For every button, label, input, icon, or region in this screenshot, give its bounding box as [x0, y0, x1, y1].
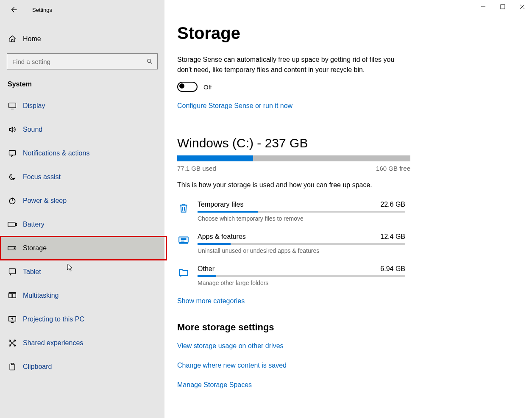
svg-point-15	[9, 345, 11, 346]
svg-point-0	[148, 59, 151, 63]
nav-item-multitasking[interactable]: Multitasking	[0, 284, 164, 307]
more-storage-heading: More storage settings	[177, 322, 448, 333]
nav-item-label: Shared experiences	[23, 339, 83, 347]
tablet-icon	[8, 268, 17, 276]
nav-item-focus-assist[interactable]: Focus assist	[0, 165, 164, 189]
folder-icon	[177, 266, 190, 279]
maximize-button[interactable]	[493, 0, 513, 14]
notifications-icon	[8, 149, 17, 158]
view-storage-other-drives-link[interactable]: View storage usage on other drives	[177, 342, 448, 350]
category-other[interactable]: Other 6.94 GB Manage other large folders	[177, 265, 448, 286]
toggle-knob	[179, 83, 184, 89]
change-where-content-saved-link[interactable]: Change where new content is saved	[177, 362, 448, 369]
drive-usage-bar	[177, 155, 410, 161]
nav-item-label: Clipboard	[23, 363, 52, 371]
nav-item-label: Multitasking	[23, 292, 58, 299]
nav-item-label: Notifications & actions	[23, 149, 89, 157]
close-icon	[520, 4, 525, 9]
category-bar	[198, 243, 405, 245]
nav-item-label: Power & sleep	[23, 197, 67, 205]
projecting-icon	[8, 315, 17, 324]
drive-usage-fill	[177, 155, 253, 161]
svg-rect-8	[9, 269, 16, 274]
category-size: 12.4 GB	[380, 233, 405, 241]
clipboard-icon	[8, 363, 17, 371]
storage-icon	[8, 245, 17, 251]
search-box[interactable]	[7, 53, 158, 69]
show-more-categories-link[interactable]: Show more categories	[177, 297, 448, 305]
category-bar	[198, 211, 405, 213]
svg-rect-2	[9, 150, 16, 155]
window-controls	[474, 0, 532, 14]
svg-point-13	[9, 340, 11, 341]
category-desc: Manage other large folders	[198, 280, 448, 286]
svg-rect-5	[16, 223, 17, 225]
display-icon	[8, 102, 17, 110]
sidebar-header: Settings	[0, 0, 164, 19]
svg-point-16	[14, 345, 15, 346]
manage-storage-spaces-link[interactable]: Manage Storage Spaces	[177, 381, 448, 389]
nav-home[interactable]: Home	[0, 28, 164, 50]
apps-icon	[177, 234, 190, 246]
drive-free-label: 160 GB free	[376, 165, 410, 172]
nav-item-label: Projecting to this PC	[23, 316, 84, 323]
nav-item-projecting[interactable]: Projecting to this PC	[0, 307, 164, 331]
sidebar-section-title: System	[8, 80, 164, 88]
battery-icon	[8, 221, 17, 227]
category-temporary-files[interactable]: Temporary files 22.6 GB Choose which tem…	[177, 201, 448, 222]
category-size: 6.94 GB	[380, 265, 405, 273]
page-title: Storage	[177, 24, 448, 43]
svg-rect-1	[9, 103, 16, 108]
toggle-state-label: Off	[203, 83, 212, 91]
maximize-icon	[500, 4, 505, 9]
minimize-icon	[481, 4, 486, 9]
storage-sense-description: Storage Sense can automatically free up …	[177, 55, 406, 75]
nav-item-sound[interactable]: Sound	[0, 118, 164, 141]
nav-item-notifications[interactable]: Notifications & actions	[0, 141, 164, 165]
main-content: Storage Storage Sense can automatically …	[164, 0, 532, 418]
usage-note: This is how your storage is used and how…	[177, 181, 448, 189]
drive-heading: Windows (C:) - 237 GB	[177, 136, 448, 150]
nav-item-label: Focus assist	[23, 173, 61, 181]
minimize-button[interactable]	[474, 0, 493, 14]
svg-rect-19	[501, 5, 505, 9]
nav-item-label: Sound	[23, 126, 42, 133]
nav-item-label: Display	[23, 102, 45, 110]
nav-item-storage[interactable]: Storage	[0, 236, 164, 260]
sound-icon	[8, 125, 17, 134]
nav-item-display[interactable]: Display	[0, 94, 164, 118]
search-input[interactable]	[11, 58, 146, 66]
category-name: Temporary files	[198, 201, 243, 208]
focus-assist-icon	[8, 173, 17, 181]
category-bar	[198, 275, 405, 277]
settings-sidebar: Settings Home System Displa	[0, 0, 164, 418]
close-button[interactable]	[513, 0, 532, 14]
nav-item-label: Tablet	[23, 268, 41, 276]
shared-icon	[8, 339, 17, 347]
svg-rect-10	[9, 293, 12, 298]
category-apps-features[interactable]: Apps & features 12.4 GB Uninstall unused…	[177, 233, 448, 254]
nav-item-label: Battery	[23, 221, 45, 228]
home-icon	[8, 35, 17, 43]
nav-home-label: Home	[23, 35, 41, 43]
nav-item-shared-experiences[interactable]: Shared experiences	[0, 331, 164, 355]
nav-item-battery[interactable]: Battery	[0, 213, 164, 236]
window-title: Settings	[32, 7, 52, 13]
search-icon	[146, 58, 153, 65]
storage-sense-toggle[interactable]	[177, 82, 198, 92]
drive-used-label: 77.1 GB used	[177, 165, 216, 172]
nav-item-clipboard[interactable]: Clipboard	[0, 355, 164, 379]
nav-item-power-sleep[interactable]: Power & sleep	[0, 189, 164, 213]
svg-rect-4	[8, 222, 15, 227]
category-name: Apps & features	[198, 233, 246, 241]
configure-storage-sense-link[interactable]: Configure Storage Sense or run it now	[177, 102, 448, 110]
power-icon	[8, 197, 17, 205]
svg-point-9	[10, 274, 11, 275]
back-button[interactable]	[6, 2, 21, 17]
nav-item-tablet[interactable]: Tablet	[0, 260, 164, 284]
svg-point-14	[14, 340, 15, 341]
category-desc: Uninstall unused or undesired apps & fea…	[198, 247, 448, 254]
multitasking-icon	[8, 291, 17, 300]
svg-rect-11	[13, 293, 16, 298]
svg-point-7	[14, 248, 15, 249]
